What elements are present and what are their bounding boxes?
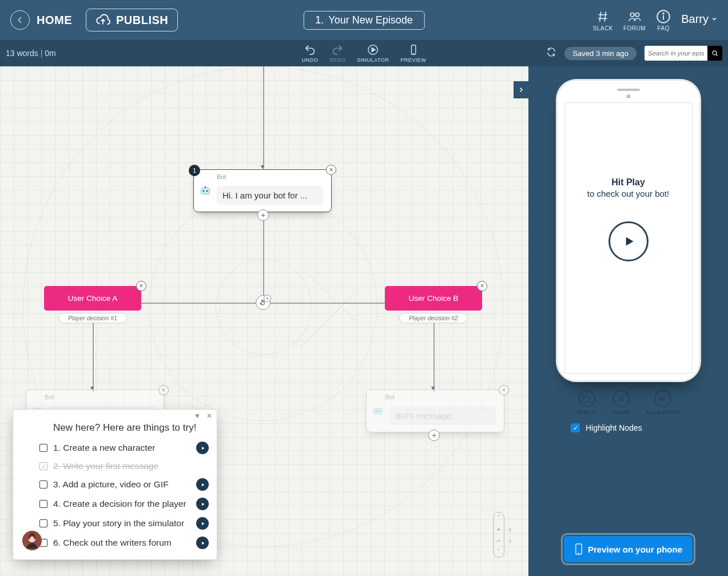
svg-line-2: [600, 11, 601, 21]
svg-marker-26: [202, 483, 205, 486]
onboarding-close-button[interactable]: ✕: [206, 412, 212, 420]
onboarding-item-label: 2. Write your first message: [53, 461, 158, 471]
back-button[interactable]: [10, 10, 30, 30]
forum-link[interactable]: FORUM: [623, 9, 646, 31]
center-tool-group: UNDO REDO SIMULATOR PREVIEW: [302, 43, 427, 63]
zoom-control[interactable]: ˆ + − ˇ: [493, 512, 504, 558]
phone-play-button[interactable]: [608, 221, 649, 261]
sync-button[interactable]: [546, 47, 556, 59]
svg-marker-25: [202, 446, 205, 449]
add-node-button[interactable]: +: [257, 209, 269, 221]
play-icon: [621, 234, 636, 249]
faq-link[interactable]: FAQ: [656, 9, 671, 31]
svg-rect-37: [576, 544, 582, 554]
node-sender-label: Bot: [217, 173, 226, 180]
onboarding-collapse-button[interactable]: ▼: [194, 412, 201, 420]
tap-icon: [259, 299, 267, 307]
choice-node-b[interactable]: User Choice B × Player decision #2: [385, 286, 482, 323]
phone-icon: [407, 43, 420, 56]
phone-title: Hit Play: [611, 177, 645, 188]
pan-up-button[interactable]: ˆ: [498, 514, 500, 521]
delete-node-button[interactable]: ×: [326, 165, 336, 175]
onboarding-item-play-button[interactable]: [196, 517, 209, 530]
onboarding-item-2[interactable]: ✓2. Write your first message: [13, 458, 217, 475]
add-node-button-right[interactable]: +: [428, 430, 440, 441]
choice-b-bar[interactable]: User Choice B ×: [385, 286, 482, 311]
home-link[interactable]: HOME: [37, 14, 72, 27]
onboarding-item-play-button[interactable]: [196, 537, 209, 549]
sync-icon: [546, 47, 556, 57]
onboarding-item-3[interactable]: 3. Add a picture, video or GIF: [13, 475, 217, 494]
highlight-nodes-toggle[interactable]: ✓ Highlight Nodes: [571, 423, 642, 432]
svg-point-4: [630, 13, 634, 17]
bot-avatar-icon: [198, 184, 212, 197]
bot-avatar-icon: [371, 404, 385, 418]
flow-edge: [263, 208, 264, 303]
collapse-panel-button[interactable]: [514, 81, 528, 98]
cloud-upload-icon: [96, 13, 110, 27]
preview-button-toolbar[interactable]: PREVIEW: [400, 43, 426, 63]
accelerate-button[interactable]: ACCELERATE: [646, 390, 679, 415]
svg-line-3: [605, 11, 606, 21]
zoom-out-button[interactable]: −: [497, 537, 500, 544]
undo-button[interactable]: UNDO: [302, 43, 319, 63]
ghost-left-label: Bot: [45, 394, 54, 400]
svg-rect-18: [205, 186, 206, 189]
bot-node[interactable]: 1 × Bot Hi. I am your bot for ...: [193, 169, 332, 212]
svg-point-17: [206, 190, 208, 192]
publish-button[interactable]: PUBLISH: [86, 9, 178, 31]
replay-button[interactable]: REPLAY: [576, 390, 596, 415]
checkbox-icon: [39, 519, 47, 527]
svg-marker-27: [202, 502, 205, 505]
choice-a-bar[interactable]: User Choice A ×: [44, 286, 141, 311]
replay-icon: [582, 395, 591, 403]
onboarding-item-label: 6. Check out the writers forum: [53, 538, 172, 548]
preview-on-phone-button[interactable]: Preview on your phone: [564, 536, 693, 562]
slack-link[interactable]: SLACK: [593, 9, 613, 31]
onboarding-item-4[interactable]: 4. Create a decision for the player: [13, 494, 217, 514]
search-wrap: [645, 46, 722, 61]
replay-label: REPLAY: [576, 410, 596, 415]
onboarding-item-6[interactable]: 6. Check out the writers forum: [13, 533, 217, 553]
pan-down-button[interactable]: ˇ: [498, 549, 500, 555]
onboarding-item-play-button[interactable]: [196, 478, 209, 491]
onboarding-item-5[interactable]: 5. Play your story in the simulator: [13, 514, 217, 533]
faq-label: FAQ: [657, 25, 670, 31]
redo-icon: [331, 43, 344, 56]
pan-right-button[interactable]: ›: [504, 535, 516, 546]
choice-node-a[interactable]: User Choice A × Player decision #1: [44, 286, 141, 323]
onboarding-item-play-button[interactable]: [196, 498, 209, 510]
search-button[interactable]: [707, 46, 722, 61]
user-menu[interactable]: Barry: [681, 13, 718, 26]
redo-button[interactable]: REDO: [329, 43, 345, 63]
flow-edge: [433, 318, 435, 392]
svg-point-24: [379, 410, 381, 412]
episode-title-pill[interactable]: 1. Your New Episode: [303, 11, 424, 30]
canvas[interactable]: ▾ ▾ ▾ 1 × Bot Hi. I am your bot for ... …: [0, 66, 528, 576]
pause-button[interactable]: PAUSE: [612, 390, 630, 415]
home-group: HOME: [10, 10, 72, 30]
delete-ghost-right-button[interactable]: ×: [499, 385, 509, 395]
simulator-button[interactable]: SIMULATOR: [357, 43, 389, 63]
add-branch-button[interactable]: [256, 295, 270, 310]
delete-ghost-left-button[interactable]: ×: [158, 385, 169, 395]
choice-a-tag: Player decision #1: [58, 313, 127, 323]
onboarding-item-play-button[interactable]: [196, 442, 209, 454]
ghost-right-placeholder[interactable]: Bot's message...: [389, 406, 496, 425]
phone-mockup: Hit Play to check out your bot!: [556, 79, 701, 382]
accelerate-label: ACCELERATE: [646, 410, 679, 415]
episode-title: Your New Episode: [328, 14, 412, 26]
delete-choice-a-button[interactable]: ×: [136, 281, 146, 291]
bot-message-bubble[interactable]: Hi. I am your bot for ...: [217, 186, 323, 205]
helper-avatar[interactable]: [22, 531, 42, 550]
svg-point-8: [663, 13, 664, 14]
search-input[interactable]: [645, 46, 707, 61]
episode-number: 1.: [315, 14, 324, 26]
zoom-in-button[interactable]: +: [497, 526, 500, 533]
slack-label: SLACK: [593, 25, 613, 31]
onboarding-item-1[interactable]: 1. Create a new character: [13, 438, 217, 458]
pan-left-button[interactable]: ‹: [504, 523, 516, 535]
flow-edge: [93, 318, 94, 392]
delete-choice-b-button[interactable]: ×: [477, 281, 487, 291]
ghost-bot-node-right[interactable]: × Bot Bot's message...: [366, 390, 504, 432]
